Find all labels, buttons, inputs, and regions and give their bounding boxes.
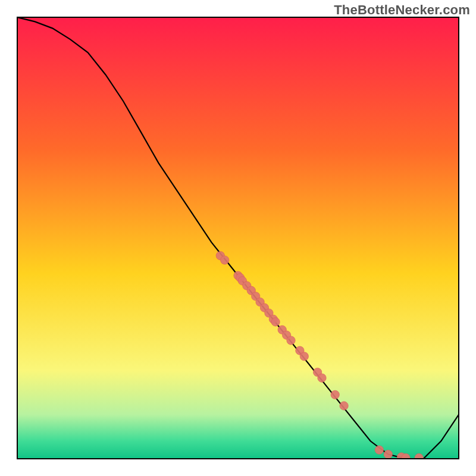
data-marker (375, 446, 383, 454)
data-marker (318, 374, 326, 382)
data-marker (415, 453, 423, 462)
attribution-text: TheBottleNecker.com (334, 2, 470, 18)
data-marker (402, 453, 410, 462)
data-marker (221, 256, 229, 264)
data-marker (331, 390, 339, 399)
data-marker (271, 318, 280, 326)
gradient-background (17, 17, 459, 459)
bottleneck-chart (0, 0, 476, 476)
data-marker (384, 450, 392, 458)
data-marker (340, 402, 348, 410)
data-marker (300, 352, 308, 361)
data-marker (287, 336, 295, 345)
